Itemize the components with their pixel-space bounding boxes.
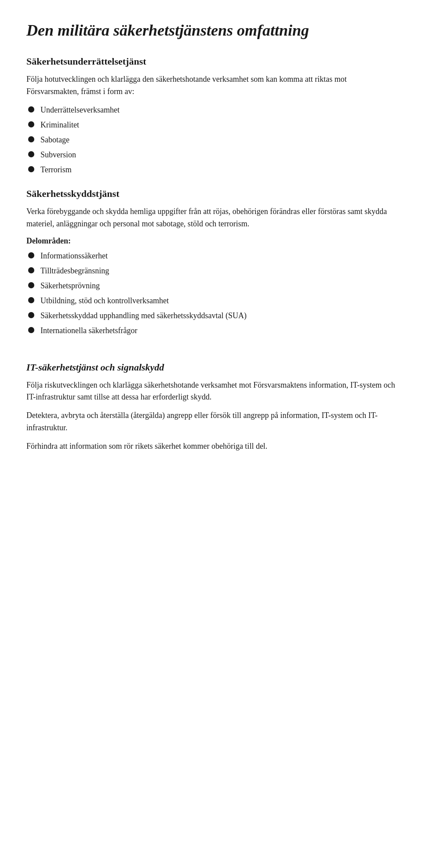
list-item: Säkerhetsprövning [26, 280, 396, 292]
list-item: Tillträdesbegränsning [26, 265, 396, 277]
section-spacer [26, 349, 396, 357]
list-item: Kriminalitet [26, 119, 396, 131]
delomraden-label: Delområden: [26, 236, 396, 246]
section-it-sakerhet: IT-säkerhetstjänst och signalskydd Följa… [26, 362, 396, 453]
section2-body: Verka förebyggande och skydda hemliga up… [26, 206, 396, 230]
section-underrattelsetjanst: Säkerhetsunderrättelsetjänst Följa hotut… [26, 56, 396, 176]
section-skyddstjanst: Säkerhetsskyddstjänst Verka förebyggande… [26, 188, 396, 337]
list-item: Sabotage [26, 134, 396, 146]
list-item: Internationella säkerhetsfrågor [26, 325, 396, 337]
section3-body1: Följa riskutvecklingen och klarlägga säk… [26, 379, 396, 404]
list-item: Terrorism [26, 164, 396, 176]
page-title: Den militära säkerhetstjänstens omfattni… [26, 21, 396, 40]
list-item: Informationssäkerhet [26, 250, 396, 262]
section2-heading: Säkerhetsskyddstjänst [26, 188, 396, 200]
list-item: Utbildning, stöd och kontrollverksamhet [26, 295, 396, 307]
section1-heading: Säkerhetsunderrättelsetjänst [26, 56, 396, 67]
list-item: Subversion [26, 149, 396, 161]
section3-body3: Förhindra att information som rör rikets… [26, 440, 396, 453]
section2-bullet-list: Informationssäkerhet Tillträdesbegränsni… [26, 250, 396, 337]
section1-intro: Följa hotutvecklingen och klarlägga den … [26, 73, 396, 98]
section1-bullet-list: Underrättelseverksamhet Kriminalitet Sab… [26, 104, 396, 176]
list-item: Underrättelseverksamhet [26, 104, 396, 116]
list-item: Säkerhetsskyddad upphandling med säkerhe… [26, 310, 396, 322]
section3-body2: Detektera, avbryta och återställa (återg… [26, 410, 396, 434]
section3-heading: IT-säkerhetstjänst och signalskydd [26, 362, 396, 373]
